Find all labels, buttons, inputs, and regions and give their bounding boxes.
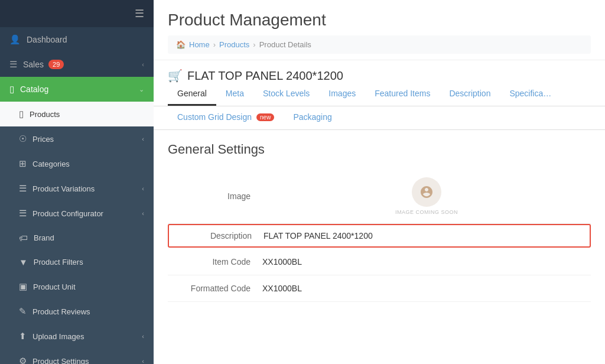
chevron-icon: ‹ (142, 358, 144, 364)
chevron-icon: ‹ (142, 210, 144, 217)
products-icon: ▯ (19, 109, 24, 119)
dashboard-icon: 👤 (9, 34, 21, 45)
sidebar-item-label: Catalog (20, 84, 48, 94)
section-title: General Settings (168, 142, 591, 157)
tab-general[interactable]: General (168, 83, 216, 106)
main-content: Product Management 🏠 Home › Products › P… (154, 0, 605, 364)
breadcrumb-sep-2: › (253, 40, 255, 49)
tab-stock-levels[interactable]: Stock Levels (253, 83, 319, 106)
content-area: General Settings Image IMAGE COMING SOON… (154, 130, 605, 364)
product-heading: 🛒 FLAT TOP PANEL 2400*1200 (154, 60, 605, 83)
main-header: Product Management 🏠 Home › Products › P… (154, 0, 605, 60)
product-name: FLAT TOP PANEL 2400*1200 (187, 69, 343, 83)
sales-icon: ☰ (9, 59, 17, 70)
unit-icon: ▣ (19, 281, 27, 292)
reviews-icon: ✎ (19, 306, 27, 317)
sidebar-item-catalog[interactable]: ▯ Catalog ⌄ (0, 77, 154, 102)
catalog-icon: ▯ (9, 84, 14, 95)
breadcrumb-home[interactable]: Home (189, 40, 210, 49)
sidebar-item-product-variations[interactable]: ☰ Product Variations ‹ (0, 176, 154, 201)
chevron-icon: ‹ (142, 185, 144, 192)
description-text: FLAT TOP PANEL 2400*1200 (264, 231, 373, 240)
breadcrumb-products[interactable]: Products (219, 40, 249, 49)
field-row-description: Description FLAT TOP PANEL 2400*1200 (168, 224, 591, 248)
chevron-icon: ‹ (142, 333, 144, 340)
description-label: Description (169, 231, 264, 240)
sidebar-item-label: Categories (32, 160, 70, 168)
sidebar-item-products[interactable]: ▯ Products (0, 102, 154, 126)
hamburger-icon[interactable]: ☰ (135, 7, 144, 20)
image-upload-icon (419, 185, 434, 199)
chevron-down-icon: ⌄ (139, 86, 144, 93)
sidebar-item-label: Products (30, 110, 60, 119)
sidebar-item-product-unit[interactable]: ▣ Product Unit (0, 274, 154, 299)
field-row-formatted-code: Formatted Code XX1000BL (168, 275, 591, 302)
sidebar-item-label: Product Settings (32, 357, 89, 365)
tab-custom-grid-design[interactable]: Custom Grid Design new (168, 106, 284, 129)
categories-icon: ⊞ (19, 158, 27, 169)
filters-icon: ▼ (19, 257, 28, 267)
chevron-icon: ‹ (142, 61, 144, 68)
description-value: FLAT TOP PANEL 2400*1200 (264, 231, 590, 240)
image-coming-soon-text: IMAGE COMING SOON (395, 209, 458, 215)
formatted-code-value: XX1000BL (262, 284, 591, 293)
sidebar-item-prices[interactable]: ☉ Prices ‹ (0, 126, 154, 151)
sidebar-item-dashboard[interactable]: 👤 Dashboard (0, 27, 154, 52)
sidebar-item-product-settings[interactable]: ⚙ Product Settings ‹ (0, 349, 154, 364)
sidebar-item-label: Dashboard (27, 35, 67, 44)
formatted-code-label: Formatted Code (168, 284, 262, 293)
sidebar-item-product-reviews[interactable]: ✎ Product Reviews (0, 299, 154, 324)
image-label: Image (168, 191, 262, 201)
breadcrumb-current: Product Details (259, 40, 311, 49)
image-circle (412, 177, 441, 207)
chevron-icon: ‹ (142, 135, 144, 142)
sidebar-item-upload-images[interactable]: ⬆ Upload Images ‹ (0, 324, 154, 349)
item-code-value: XX1000BL (262, 257, 591, 266)
field-row-image: Image IMAGE COMING SOON (168, 169, 591, 224)
tabs-row-1: General Meta Stock Levels Images Feature… (154, 83, 605, 106)
breadcrumb-sep-1: › (213, 40, 216, 49)
tab-custom-grid-design-label: Custom Grid Design (177, 112, 252, 122)
brand-icon: 🏷 (19, 233, 28, 243)
sidebar-item-label: Product Filters (34, 258, 83, 266)
sidebar-item-brand[interactable]: 🏷 Brand (0, 226, 154, 250)
sidebar-item-label: Brand (34, 233, 54, 242)
tab-featured-items[interactable]: Featured Items (365, 83, 440, 106)
tab-meta[interactable]: Meta (216, 83, 253, 106)
tabs-row-2: Custom Grid Design new Packaging (154, 106, 605, 130)
sidebar-item-label: Product Variations (32, 184, 95, 193)
item-code-label: Item Code (168, 257, 262, 266)
breadcrumb: 🏠 Home › Products › Product Details (168, 35, 591, 54)
sidebar: ☰ 👤 Dashboard ☰ Sales 29 ‹ ▯ Catalog ⌄ ▯… (0, 0, 154, 364)
sidebar-item-product-configurator[interactable]: ☰ Product Configurator ‹ (0, 201, 154, 226)
settings-icon: ⚙ (19, 356, 27, 364)
cart-icon: 🛒 (168, 69, 183, 83)
image-value: IMAGE COMING SOON (262, 177, 591, 215)
home-icon: 🏠 (176, 40, 186, 49)
configurator-icon: ☰ (19, 208, 27, 219)
prices-icon: ☉ (19, 134, 27, 144)
sidebar-header: ☰ (0, 0, 154, 27)
sidebar-item-label: Product Reviews (32, 307, 90, 316)
sidebar-item-label: Sales (23, 60, 44, 69)
variations-icon: ☰ (19, 183, 27, 194)
tab-specification[interactable]: Specifica… (500, 83, 561, 106)
sidebar-item-product-filters[interactable]: ▼ Product Filters (0, 250, 154, 274)
sales-badge: 29 (48, 60, 64, 69)
field-row-item-code: Item Code XX1000BL (168, 249, 591, 275)
sidebar-item-sales[interactable]: ☰ Sales 29 ‹ (0, 52, 154, 77)
upload-icon: ⬆ (19, 331, 27, 342)
sidebar-item-label: Product Configurator (32, 209, 103, 218)
image-placeholder: IMAGE COMING SOON (262, 177, 591, 215)
new-badge: new (256, 113, 274, 121)
tab-images[interactable]: Images (319, 83, 365, 106)
page-title: Product Management (168, 11, 591, 30)
sidebar-item-label: Product Unit (33, 282, 76, 291)
sidebar-item-label: Upload Images (32, 332, 84, 341)
tab-description[interactable]: Description (440, 83, 500, 106)
sidebar-item-label: Prices (32, 135, 54, 144)
sidebar-item-categories[interactable]: ⊞ Categories (0, 151, 154, 176)
tab-packaging[interactable]: Packaging (284, 106, 341, 129)
